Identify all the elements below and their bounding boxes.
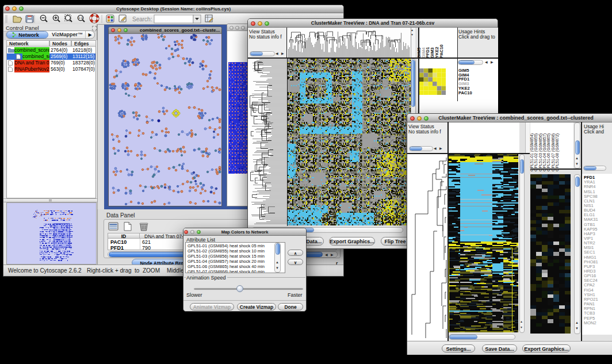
svg-text:1:1: 1:1 <box>79 16 83 20</box>
svg-text:Search:: Search: <box>132 16 152 22</box>
